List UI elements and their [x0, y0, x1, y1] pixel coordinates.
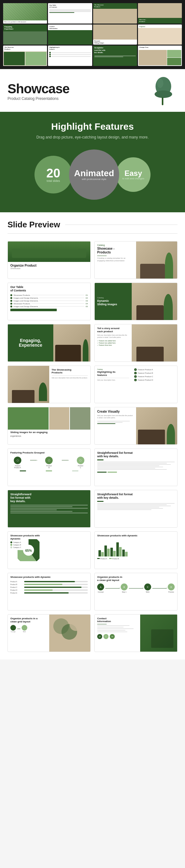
- features-description: Drag and drop picture, eye-catching layo…: [12, 134, 173, 140]
- con-title: ContactInformation: [97, 617, 138, 623]
- sp-title: Showcase -Products: [97, 247, 134, 254]
- toc-item-2: Images and Design Elements 02: [10, 297, 88, 299]
- sl-text: experience.: [8, 434, 90, 438]
- chair-illustration: [146, 75, 178, 107]
- ft-product-c: ⬡ ProductC: [77, 457, 84, 469]
- slide-table-of-contents: Our Tableof Contents Showcase Products 0…: [7, 283, 90, 320]
- dl-item-3: Product C: [10, 586, 88, 588]
- hero-collage: Showcase products with dynamic Our Table…: [0, 0, 185, 69]
- slide-featuring-grouped: Featuring Products Grouped ⬡ FeatureProd…: [7, 448, 90, 486]
- hl-title: Highlighting itsfeatures: [97, 371, 129, 376]
- circle-label: total slides: [47, 179, 60, 182]
- dl-item-5: Product E: [10, 592, 88, 594]
- slide-sf-list-right-top: Straightforward list formatwith key deta…: [95, 448, 178, 486]
- cv-title: Create Visually: [97, 410, 134, 413]
- toc-title: Our Tableof Contents: [10, 285, 88, 292]
- slide-engaging: Engaging,Experience: [7, 324, 90, 362]
- slide-dynamic-sliding: Catalog DynamicSliding Images: [95, 283, 178, 320]
- cv-desc: Add your description here and describe t…: [97, 414, 134, 419]
- preview-section: Slide Preview Organize Product Showcase …: [0, 212, 185, 659]
- collage-slide-8: Organize: [138, 25, 182, 45]
- slide-organize-product: Organize Product Showcase: [7, 241, 90, 279]
- toc-item-5: Images and Design Elements 05: [10, 306, 88, 307]
- sp-desc: Creating a catalog template for an engag…: [97, 257, 134, 262]
- circle-20: 20 total slides: [35, 156, 72, 193]
- slide-straightforward-dark: Straightforwardlist format withkey detai…: [7, 490, 90, 528]
- collage-slide-5: Engaging,Experience: [3, 25, 47, 45]
- slide-highlighting-features: Catalog Highlighting itsfeatures Add you…: [95, 366, 178, 403]
- collage-slide-10: Highlighting itsfeatures: [48, 45, 92, 66]
- slide-showcasing-products: The ShowcasingProducts Add your descript…: [7, 366, 90, 403]
- brand-section: Showcase Product Catalog Presentations: [0, 69, 185, 112]
- circles-container: 20 total slides Animated with profession…: [12, 150, 173, 200]
- svg-point-3: [157, 79, 163, 88]
- circle-easy: Easy to edit and changes: [116, 157, 150, 192]
- toc-item-4: Showcase Products 04: [10, 303, 88, 305]
- collage-slide-1: Showcase products with dynamic: [3, 3, 47, 24]
- organize-sub: Showcase: [10, 267, 88, 270]
- slide-bar-chart: Showcase products with dynamic: [95, 531, 178, 569]
- dl-title: Showcase products with dynamic: [10, 576, 88, 579]
- features-title: Highlight Features: [12, 121, 173, 132]
- dl-item-4: Product D: [10, 589, 88, 591]
- ts-title: Tell a story aroundeach product: [97, 327, 129, 333]
- circle-number: 20: [46, 167, 61, 179]
- svg-point-1: [155, 90, 172, 98]
- slides-grid: Organize Product Showcase Catalog Showca…: [7, 241, 178, 652]
- organize-title: Organize Product: [10, 264, 88, 267]
- preview-divider: [65, 224, 178, 225]
- features-section: Highlight Features Drag and drop picture…: [0, 112, 185, 212]
- gl-title: Organize products ina clean grid layout: [97, 576, 175, 582]
- sfr-title: Straightforward list formatwith key deta…: [97, 493, 175, 500]
- circle-animated: Animated with professional style: [69, 150, 119, 200]
- circle-animated-main: Animated: [74, 169, 114, 178]
- slide-showcase-products: Catalog Showcase -Products Creating a ca…: [95, 241, 178, 279]
- circle-easy-main: Easy: [124, 169, 142, 177]
- circle-easy-sub: to edit and changes: [122, 177, 144, 180]
- slide-sf-list-right: Straightforward list formatwith key deta…: [95, 490, 178, 528]
- sl-title: Sliding images for an engaging: [8, 430, 90, 434]
- ft-product-b: ⬡ ProductB: [45, 457, 53, 469]
- collage-slide-6: ContactInformation: [48, 25, 92, 45]
- ft-product-a: ⬡ FeatureProduct A: [14, 457, 21, 469]
- collage-slide-2: Our Tableof Contents: [48, 3, 92, 24]
- circle-animated-sub: with professional style: [82, 178, 106, 181]
- slide-organize-grid: Organize products ina clean grid layout …: [95, 573, 178, 611]
- brand-title: Showcase: [7, 81, 69, 96]
- collage-slide-7: DynamicSliding Images: [93, 25, 137, 45]
- slide-pie-chart: Showcase products with dynamic Category …: [7, 531, 90, 569]
- preview-title: Slide Preview: [7, 220, 60, 229]
- svg-text:65%: 65%: [25, 549, 32, 552]
- dyn-title: DynamicSliding Images: [97, 299, 129, 306]
- sc-title: The ShowcasingProducts: [52, 368, 88, 374]
- bc-title: Showcase products with dynamic: [97, 534, 175, 537]
- slide-organize-grid2: Organize products in aclean grid layout …: [7, 614, 90, 652]
- slide-contact-information: ContactInformation @ f in: [95, 614, 178, 652]
- grid2-title: Organize products in aclean grid layout: [10, 617, 47, 623]
- collage-slide-4: Showcase -Products: [138, 3, 182, 24]
- collage-slide-3: The ShowcaseProducts: [93, 3, 137, 24]
- ts-desc: Add your description here and describe t…: [97, 334, 129, 339]
- dl-item-2: Product B: [10, 584, 88, 585]
- brand-subtitle: Product Catalog Presentations: [7, 96, 69, 101]
- preview-header: Slide Preview: [7, 220, 178, 234]
- dl-item-1: Product A: [10, 581, 88, 583]
- slide-sliding-images: Sliding images for an engaging experienc…: [7, 407, 90, 445]
- collage-slide-11: Straightfor-ward list withkey details.: [93, 45, 137, 66]
- slide-tell-story: Tell a story aroundeach product Add your…: [95, 324, 178, 362]
- sp-tag: Catalog: [97, 244, 134, 246]
- engaging-text: Engaging,Experience: [16, 336, 45, 350]
- toc-item-3: Images and Design Elements 03: [10, 300, 88, 302]
- collage-slide-12: Changes Easy: [138, 45, 182, 66]
- toc-item-1: Showcase Products 01: [10, 294, 88, 296]
- sf-title: Straightforwardlist format withkey detai…: [10, 493, 88, 503]
- svg-rect-2: [162, 97, 163, 105]
- sfr-title-top: Straightforward list formatwith key deta…: [97, 451, 175, 458]
- ft-title: Featuring Products Grouped: [10, 451, 88, 454]
- slide-dynamic-list: Showcase products with dynamic Product A…: [7, 573, 90, 611]
- collage-slide-9: The ShowcaseProducts: [3, 45, 47, 66]
- slide-create-visually: Create Visually Add your description her…: [95, 407, 178, 445]
